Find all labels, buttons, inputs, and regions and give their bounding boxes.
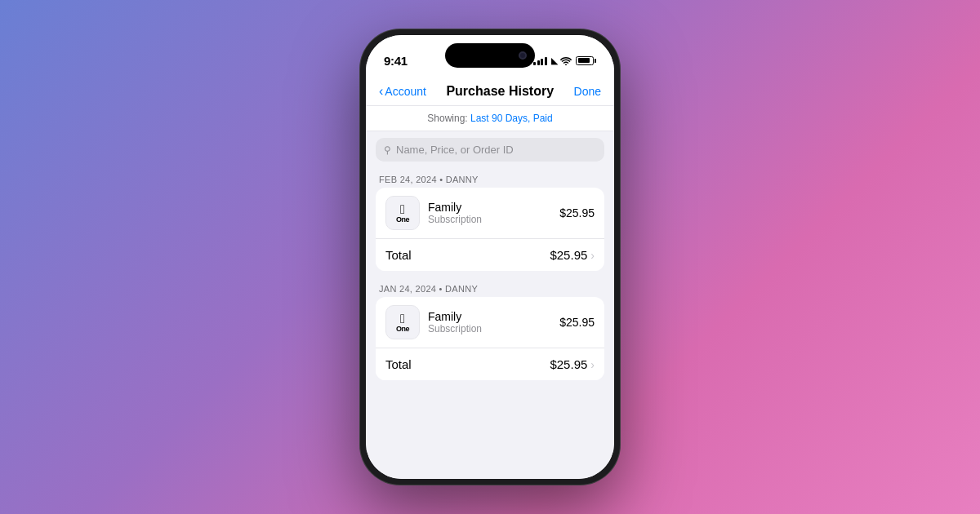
apple-one-logo-2:  One [396,312,409,333]
purchase-section-1: FEB 24, 2024 • Danny  One Family [366,168,614,271]
phone-frame: 9:41 ◣ [359,29,621,485]
section-header-1: FEB 24, 2024 • Danny [366,168,614,188]
nav-bar: ‹ Account Purchase History Done [366,76,614,106]
chevron-right-icon-2: › [590,358,595,371]
item-name-2: Family [428,310,551,323]
status-time: 9:41 [384,54,408,68]
item-name-1: Family [428,201,551,214]
item-type-2: Subscription [428,323,551,335]
camera-dot [519,51,527,60]
purchase-card-2:  One Family Subscription $25.95 T [376,297,604,380]
content-area: Showing: Last 90 Days, Paid ⚲ Name, Pric… [366,106,614,479]
total-right-1: $25.95 › [550,248,595,262]
total-amount-2: $25.95 [550,357,587,371]
phone-screen: 9:41 ◣ [366,35,614,479]
item-price-2: $25.95 [559,316,595,329]
battery-icon [576,56,596,65]
total-amount-1: $25.95 [550,248,587,262]
wifi-icon: ◣ [551,55,572,66]
signal-icon [533,55,547,65]
dynamic-island [445,43,535,68]
done-button[interactable]: Done [574,85,601,98]
total-right-2: $25.95 › [550,357,595,371]
filter-link[interactable]: Last 90 Days, Paid [470,113,553,124]
total-label-1: Total [385,248,412,262]
total-label-2: Total [385,357,412,371]
app-icon-1:  One [385,196,420,230]
item-type-1: Subscription [428,214,551,225]
status-icons: ◣ [533,55,596,66]
chevron-left-icon: ‹ [379,85,383,98]
back-label: Account [385,85,426,98]
back-button[interactable]: ‹ Account [379,85,426,98]
item-details-1: Family Subscription [428,201,551,225]
purchase-item-1[interactable]:  One Family Subscription $25.95 [376,188,604,239]
purchases-list: FEB 24, 2024 • Danny  One Family [366,168,614,479]
item-details-2: Family Subscription [428,310,551,335]
search-input[interactable]: Name, Price, or Order ID [396,144,514,156]
total-row-1[interactable]: Total $25.95 › [376,239,604,271]
chevron-right-icon-1: › [590,249,595,262]
search-bar[interactable]: ⚲ Name, Price, or Order ID [376,138,604,162]
purchase-section-2: JAN 24, 2024 • Danny  One Family [366,277,614,380]
section-header-2: JAN 24, 2024 • Danny [366,277,614,297]
purchase-card-1:  One Family Subscription $25.95 T [376,188,604,271]
filter-row: Showing: Last 90 Days, Paid [366,106,614,131]
app-icon-2:  One [385,305,420,339]
page-title: Purchase History [446,84,554,99]
showing-prefix: Showing: [427,113,470,124]
purchase-item-2[interactable]:  One Family Subscription $25.95 [376,297,604,348]
search-icon: ⚲ [384,144,391,156]
item-price-1: $25.95 [559,206,595,219]
search-container: ⚲ Name, Price, or Order ID [366,131,614,168]
apple-one-logo:  One [396,203,409,224]
total-row-2[interactable]: Total $25.95 › [376,348,604,380]
status-bar: 9:41 ◣ [366,35,614,76]
